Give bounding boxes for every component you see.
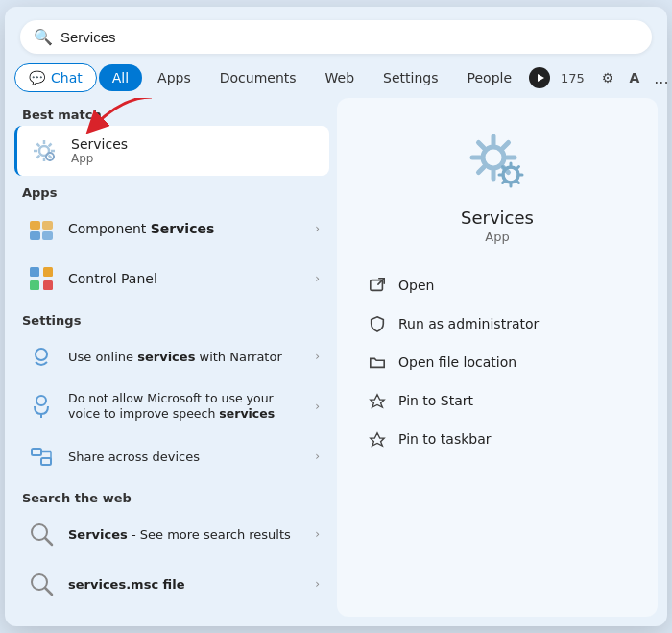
control-panel-title: Control Panel <box>68 271 305 286</box>
control-panel-icon <box>24 261 59 296</box>
web-services-msc-text: services.msc file <box>68 577 305 592</box>
right-panel: Services App Open <box>337 98 658 617</box>
svg-line-6 <box>37 144 40 147</box>
app-component-services[interactable]: Component Services › <box>14 204 329 254</box>
tab-settings[interactable]: Settings <box>370 64 451 91</box>
best-match-title: Services <box>71 136 320 152</box>
web-services[interactable]: Services - See more search results › <box>14 509 329 559</box>
tab-chat[interactable]: 💬 Chat <box>14 63 97 92</box>
tab-all[interactable]: All <box>99 64 142 91</box>
svg-line-8 <box>49 144 52 147</box>
search-bar: 🔍 <box>20 20 652 54</box>
svg-rect-15 <box>30 221 40 230</box>
share-icon <box>24 439 59 474</box>
svg-rect-27 <box>41 458 51 465</box>
svg-rect-20 <box>43 267 53 277</box>
svg-rect-26 <box>32 449 41 455</box>
narrator-icon <box>24 339 59 374</box>
letter-a[interactable]: A <box>624 68 644 87</box>
action-pin-start[interactable]: Pin to Start <box>356 382 638 419</box>
svg-line-41 <box>479 143 485 149</box>
voice-text: Do not allow Microsoft to use your voice… <box>68 391 305 423</box>
app-name-large: Services <box>461 207 534 228</box>
tab-extras: 175 ⚙ A ... b <box>529 64 667 91</box>
svg-line-50 <box>503 167 506 170</box>
shield-icon <box>368 314 387 333</box>
component-services-title: Component Services <box>68 221 305 236</box>
search-icon: 🔍 <box>34 28 53 46</box>
action-list: Open Run as administrator <box>356 267 638 457</box>
services-icon <box>27 134 61 168</box>
best-match-item[interactable]: Services App <box>14 126 329 176</box>
tab-web[interactable]: Web <box>312 64 369 91</box>
web-services-msc-file[interactable]: services.msc file › <box>14 559 329 609</box>
run-as-admin-label: Run as administrator <box>398 316 539 331</box>
app-control-panel[interactable]: Control Panel › <box>14 254 329 304</box>
svg-line-51 <box>516 181 519 183</box>
web-label: Search the web <box>22 491 322 505</box>
action-pin-taskbar[interactable]: Pin to taskbar <box>356 421 638 457</box>
svg-line-9 <box>37 156 40 158</box>
left-panel: Best match <box>14 98 329 617</box>
svg-line-52 <box>516 167 519 170</box>
web-services-msc[interactable]: services msc › <box>14 609 329 617</box>
best-match-text: Services App <box>71 136 320 165</box>
open-icon <box>368 276 387 295</box>
action-run-as-admin[interactable]: Run as administrator <box>356 305 638 342</box>
chevron-icon-6: › <box>315 527 320 541</box>
tab-bar: 💬 Chat All Apps Documents Web Settings P… <box>5 63 667 92</box>
tab-documents[interactable]: Documents <box>206 64 310 91</box>
apps-label: Apps <box>22 185 322 200</box>
main-content: Best match <box>5 98 667 626</box>
settings-label: Settings <box>22 313 322 328</box>
svg-line-31 <box>45 538 52 545</box>
setting-share[interactable]: Share across devices › <box>14 431 329 481</box>
control-panel-text: Control Panel <box>68 271 305 286</box>
file-location-label: Open file location <box>398 354 516 370</box>
component-services-icon <box>24 211 59 246</box>
result-count: 175 <box>554 67 591 89</box>
chevron-icon-2: › <box>315 272 320 285</box>
setting-narrator[interactable]: Use online services with Narrator › <box>14 331 329 381</box>
search-window: 🔍 💬 Chat All Apps Documents Web Settings… <box>5 7 667 626</box>
pin-taskbar-icon <box>368 429 387 449</box>
svg-point-23 <box>36 349 47 360</box>
svg-line-53 <box>503 181 506 183</box>
setting-voice[interactable]: Do not allow Microsoft to use your voice… <box>14 381 329 431</box>
svg-rect-21 <box>30 280 39 290</box>
component-services-text: Component Services <box>68 221 305 236</box>
chevron-icon-3: › <box>315 350 320 363</box>
pin-start-icon <box>368 391 387 410</box>
settings-icon: ⚙ <box>595 66 621 89</box>
chevron-icon-4: › <box>315 400 320 413</box>
narrator-title: Use online services with Narrator <box>68 350 305 364</box>
pin-start-label: Pin to Start <box>398 393 473 408</box>
play-button[interactable] <box>529 67 550 88</box>
more-button[interactable]: ... <box>648 67 667 89</box>
search-input[interactable] <box>60 29 638 45</box>
svg-line-44 <box>479 167 485 173</box>
tab-apps[interactable]: Apps <box>144 64 204 91</box>
voice-title: Do not allow Microsoft to use your voice… <box>68 391 305 423</box>
voice-icon <box>24 389 59 424</box>
svg-line-7 <box>49 156 52 158</box>
chevron-icon-7: › <box>315 577 320 591</box>
action-open[interactable]: Open <box>356 267 638 304</box>
pin-taskbar-label: Pin to taskbar <box>398 431 492 447</box>
share-title: Share across devices <box>68 450 305 464</box>
app-type: App <box>485 230 509 244</box>
web-services-msc-title: services.msc file <box>68 577 305 592</box>
web-search-icon-1 <box>24 517 59 551</box>
best-match-label: Best match <box>22 108 322 122</box>
svg-point-24 <box>36 396 46 405</box>
share-text: Share across devices <box>68 450 305 464</box>
narrator-text: Use online services with Narrator <box>68 350 305 364</box>
best-match-subtitle: App <box>71 152 320 165</box>
svg-line-55 <box>378 279 384 284</box>
tab-people[interactable]: People <box>454 64 526 91</box>
web-services-title: Services - See more search results <box>68 527 305 542</box>
chevron-icon-5: › <box>315 450 320 463</box>
svg-rect-19 <box>30 267 39 277</box>
open-label: Open <box>398 278 434 293</box>
action-file-location[interactable]: Open file location <box>356 344 638 380</box>
